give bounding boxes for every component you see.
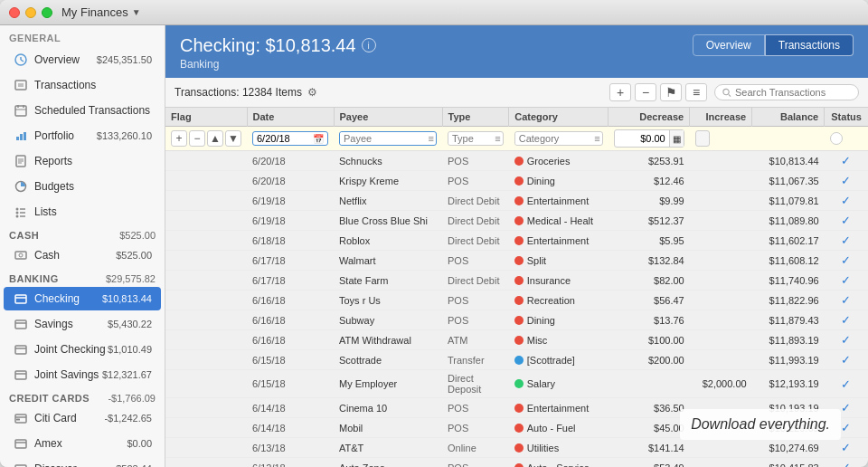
sidebar-item-savings[interactable]: Savings $5,430.22	[4, 312, 161, 336]
category-label: Salary	[527, 378, 555, 389]
checking-icon	[13, 291, 29, 307]
new-tx-down-btn[interactable]: ▼	[225, 130, 241, 147]
joint-checking-amount: $1,010.49	[108, 344, 152, 355]
app-title: My Finances ▼	[61, 5, 859, 19]
table-row[interactable]: 6/17/18 Walmart POS Split $132.84 $11,60…	[165, 251, 868, 271]
type-cell: Direct Debit	[442, 231, 509, 251]
sidebar-item-scheduled[interactable]: Scheduled Transactions	[4, 99, 161, 122]
increase-cell	[690, 171, 752, 191]
table-row[interactable]: 6/20/18 Schnucks POS Groceries $253.91 $…	[165, 151, 868, 171]
table-row[interactable]: 6/16/18 Subway POS Dining $13.76 $11,879…	[165, 310, 868, 330]
svg-rect-36	[16, 419, 20, 421]
sidebar-item-portfolio[interactable]: Portfolio $133,260.10	[4, 124, 161, 148]
new-tx-up-btn[interactable]: ▲	[207, 130, 223, 147]
th-decrease: Decrease	[609, 108, 690, 127]
payee-dropdown-btn[interactable]: ≡	[427, 133, 436, 144]
overview-btn[interactable]: Overview	[693, 34, 765, 56]
sidebar-item-checking[interactable]: Checking $10,813.44	[4, 287, 161, 310]
decrease-input[interactable]	[615, 132, 669, 145]
decrease-cell: $56.47	[609, 291, 690, 310]
sidebar-item-citi[interactable]: Citi Card -$1,242.65	[4, 406, 161, 430]
category-label: Auto - Service	[527, 462, 590, 468]
status-circle[interactable]	[830, 132, 843, 145]
sidebar-item-lists[interactable]: Lists	[4, 200, 161, 224]
flag-cell	[165, 350, 247, 370]
sidebar-item-reports[interactable]: Reports	[4, 149, 161, 173]
status-check-icon: ✓	[841, 401, 851, 415]
table-row[interactable]: 6/16/18 Toys r Us POS Recreation $56.47 …	[165, 291, 868, 310]
balance-cell: $11,822.96	[752, 291, 825, 310]
app-window: My Finances ▼ General Overview $245,351.…	[0, 0, 868, 467]
status-check-icon: ✓	[841, 461, 851, 467]
discover-amount: -$523.44	[113, 463, 152, 467]
date-cell: 6/13/18	[247, 438, 334, 458]
status-cell: ✓	[825, 171, 868, 191]
sidebar-item-amex[interactable]: Amex $0.00	[4, 432, 161, 455]
table-row[interactable]: 6/18/18 Roblox Direct Debit Entertainmen…	[165, 231, 868, 251]
table-row[interactable]: 6/15/18 My Employer Direct Deposit Salar…	[165, 370, 868, 398]
category-cell: Dining	[509, 310, 609, 330]
category-dropdown-btn[interactable]: ≡	[592, 133, 601, 144]
right-panel: Checking: $10,813.44 i Overview Transact…	[165, 25, 868, 467]
sidebar-item-overview[interactable]: Overview $245,351.50	[4, 48, 161, 71]
flag-cell	[165, 458, 247, 468]
balance-cell: $11,079.81	[752, 191, 825, 211]
type-dropdown-btn[interactable]: ≡	[493, 133, 502, 144]
sidebar-item-cash[interactable]: Cash $525.00	[4, 243, 161, 267]
info-icon[interactable]: i	[362, 38, 376, 52]
svg-point-18	[16, 208, 19, 211]
sidebar-item-joint-savings[interactable]: Joint Savings $12,321.67	[4, 363, 161, 386]
category-label: Entertainment	[527, 403, 589, 414]
type-cell: POS	[442, 251, 509, 271]
banking-section-label: Banking	[9, 273, 59, 284]
amount-calc-btn[interactable]: ▦	[669, 130, 684, 147]
remove-transaction-btn[interactable]: −	[635, 83, 656, 101]
payee-cell: Scottrade	[334, 350, 442, 370]
table-row[interactable]: 6/20/18 Krispy Kreme POS Dining $12.46 $…	[165, 171, 868, 191]
table-row[interactable]: 6/16/18 ATM Withdrawal ATM Misc $100.00 …	[165, 330, 868, 350]
increase-cell	[690, 291, 752, 310]
type-input[interactable]	[448, 132, 493, 145]
sidebar-item-budgets[interactable]: Budgets	[4, 175, 161, 198]
category-cell: Misc	[509, 330, 609, 350]
table-row[interactable]: 6/17/18 State Farm Direct Debit Insuranc…	[165, 271, 868, 291]
calendar-icon[interactable]: 📅	[313, 134, 324, 144]
payee-input[interactable]	[340, 132, 427, 145]
overview-icon	[13, 52, 29, 68]
gear-icon[interactable]: ⚙	[307, 86, 317, 99]
new-tx-remove-btn[interactable]: −	[189, 130, 205, 147]
flag-btn[interactable]: ⚑	[660, 83, 682, 101]
category-input[interactable]	[515, 132, 593, 145]
date-input[interactable]	[257, 133, 311, 144]
close-button[interactable]	[9, 7, 20, 18]
increase-field[interactable]	[695, 130, 710, 147]
transactions-btn[interactable]: Transactions	[765, 34, 854, 56]
minimize-button[interactable]	[25, 7, 36, 18]
table-row[interactable]: 6/13/18 AT&T Online Utilities $141.14 $1…	[165, 438, 868, 458]
category-dot	[514, 404, 524, 413]
budgets-label: Budgets	[34, 180, 152, 193]
account-title-text: Checking: $10,813.44	[180, 35, 356, 56]
amount-input-wrap: ▦	[614, 129, 684, 148]
sidebar-item-transactions[interactable]: Transactions	[4, 73, 161, 97]
category-label: [Scottrade]	[527, 355, 575, 366]
cash-section-label: Cash	[9, 230, 39, 241]
new-tx-add-btn[interactable]: +	[171, 130, 187, 147]
table-row[interactable]: 6/15/18 Scottrade Transfer [Scottrade] $…	[165, 350, 868, 370]
payee-cell: Cinema 10	[334, 398, 442, 418]
add-transaction-btn[interactable]: +	[609, 83, 631, 101]
category-cell: Dining	[509, 171, 609, 191]
sidebar-item-joint-checking[interactable]: Joint Checking $1,010.49	[4, 338, 161, 361]
new-tx-increase-cell	[690, 127, 752, 151]
table-row[interactable]: 6/19/18 Blue Cross Blue Shi Direct Debit…	[165, 211, 868, 231]
sidebar-item-discover[interactable]: Discover -$523.44	[4, 457, 161, 467]
decrease-cell: $12.46	[609, 171, 690, 191]
table-row[interactable]: 6/19/18 Netflix Direct Debit Entertainme…	[165, 191, 868, 211]
search-input[interactable]	[735, 87, 851, 98]
date-cell: 6/14/18	[247, 418, 334, 438]
maximize-button[interactable]	[42, 7, 52, 18]
table-row[interactable]: 6/12/18 Auto Zone POS Auto - Service $53…	[165, 458, 868, 468]
search-box	[714, 84, 859, 100]
decrease-cell: $36.50	[609, 398, 690, 418]
list-view-btn[interactable]: ≡	[685, 83, 707, 101]
